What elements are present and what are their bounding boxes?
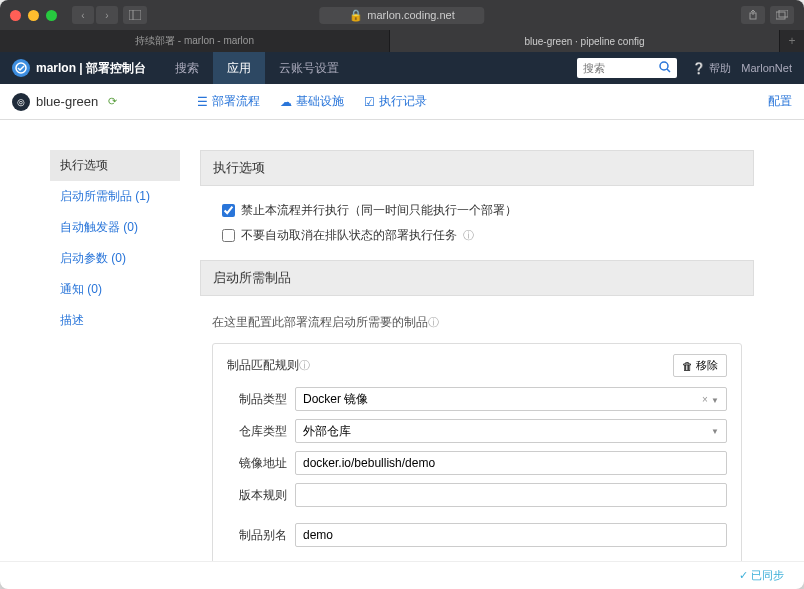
alias-label: 制品别名 xyxy=(227,527,295,544)
side-item-artifacts[interactable]: 启动所需制品 (1) xyxy=(50,181,180,212)
clear-icon[interactable]: × xyxy=(702,394,708,405)
sync-icon: ✓ xyxy=(739,569,748,581)
image-label: 镜像地址 xyxy=(227,455,295,472)
logo-icon xyxy=(12,59,30,77)
refresh-icon[interactable]: ⟳ xyxy=(108,95,117,108)
url-bar[interactable]: 🔒 marlon.coding.net xyxy=(319,7,484,24)
help-icon[interactable]: ⓘ xyxy=(299,358,310,373)
side-menu: 执行选项 启动所需制品 (1) 自动触发器 (0) 启动参数 (0) 通知 (0… xyxy=(50,150,180,531)
svg-line-8 xyxy=(667,69,670,72)
share-button[interactable] xyxy=(741,6,765,24)
repo-label: 仓库类型 xyxy=(227,423,295,440)
remove-button[interactable]: 🗑 移除 xyxy=(673,354,727,377)
check-icon: ☑ xyxy=(364,95,375,109)
maximize-window-button[interactable] xyxy=(46,10,57,21)
help-icon: ❔ xyxy=(692,62,706,75)
side-item-exec-options[interactable]: 执行选项 xyxy=(50,150,180,181)
type-label: 制品类型 xyxy=(227,391,295,408)
cb-no-auto-cancel-input[interactable] xyxy=(222,229,235,242)
help-link[interactable]: ❔ 帮助 xyxy=(692,61,731,76)
minimize-window-button[interactable] xyxy=(28,10,39,21)
cb-disable-parallel-input[interactable] xyxy=(222,204,235,217)
user-menu[interactable]: MarlonNet xyxy=(741,62,792,74)
lock-icon: 🔒 xyxy=(349,9,363,22)
header-search[interactable] xyxy=(577,58,677,78)
nav-cloud[interactable]: 云账号设置 xyxy=(265,52,353,84)
app-header: marlon | 部署控制台 搜索 应用 云账号设置 ❔ 帮助 MarlonNe… xyxy=(0,52,804,84)
content-area: 执行选项 启动所需制品 (1) 自动触发器 (0) 启动参数 (0) 通知 (0… xyxy=(0,120,804,561)
sub-header: ◎ blue-green ⟳ ☰ 部署流程 ☁ 基础设施 ☑ 执行记录 配置 xyxy=(0,84,804,120)
help-icon[interactable]: ⓘ xyxy=(428,316,439,328)
alias-input[interactable] xyxy=(295,523,727,547)
artifact-rule-section: 制品匹配规则 ⓘ 🗑 移除 制品类型 Docker 镜像 × ▼ xyxy=(212,343,742,561)
url-text: marlon.coding.net xyxy=(367,9,454,21)
artifacts-desc: 在这里配置此部署流程启动所需要的制品ⓘ xyxy=(212,308,742,343)
search-icon xyxy=(659,61,671,76)
traffic-lights xyxy=(10,10,57,21)
config-link[interactable]: 配置 xyxy=(768,93,792,110)
side-item-notify[interactable]: 通知 (0) xyxy=(50,274,180,305)
browser-tab-2[interactable]: blue-green · pipeline config xyxy=(390,30,780,52)
help-icon[interactable]: ⓘ xyxy=(463,228,474,243)
artifacts-title: 启动所需制品 xyxy=(200,260,754,296)
browser-tab-1[interactable]: 持续部署 - marlon - marlon xyxy=(0,30,390,52)
repo-select[interactable]: 外部仓库 ▼ xyxy=(295,419,727,443)
cloud-icon: ☁ xyxy=(280,95,292,109)
svg-point-7 xyxy=(660,62,668,70)
nav-search[interactable]: 搜索 xyxy=(161,52,213,84)
tab-executions[interactable]: ☑ 执行记录 xyxy=(364,93,427,110)
chevron-down-icon: ▼ xyxy=(711,396,719,405)
exec-options-title: 执行选项 xyxy=(200,150,754,186)
rule-title: 制品匹配规则 xyxy=(227,357,299,374)
new-tab-button[interactable]: + xyxy=(780,30,804,52)
forward-button[interactable]: › xyxy=(96,6,118,24)
side-item-description[interactable]: 描述 xyxy=(50,305,180,336)
back-button[interactable]: ‹ xyxy=(72,6,94,24)
app-logo[interactable]: marlon | 部署控制台 xyxy=(12,59,146,77)
version-input[interactable] xyxy=(295,483,727,507)
chevron-down-icon: ▼ xyxy=(711,427,719,436)
cb-no-auto-cancel[interactable]: 不要自动取消在排队状态的部署执行任务 ⓘ xyxy=(212,223,742,248)
tab-pipeline[interactable]: ☰ 部署流程 xyxy=(197,93,260,110)
svg-rect-5 xyxy=(779,10,788,17)
pipeline-name[interactable]: ◎ blue-green ⟳ xyxy=(12,93,117,111)
window-titlebar: ‹ › 🔒 marlon.coding.net xyxy=(0,0,804,30)
svg-rect-0 xyxy=(129,10,141,20)
sidebar-toggle[interactable] xyxy=(123,6,147,24)
side-item-params[interactable]: 启动参数 (0) xyxy=(50,243,180,274)
svg-rect-4 xyxy=(776,12,785,19)
pipeline-icon: ◎ xyxy=(12,93,30,111)
browser-tabs: 持续部署 - marlon - marlon blue-green · pipe… xyxy=(0,30,804,52)
tabs-button[interactable] xyxy=(770,6,794,24)
tab-infrastructure[interactable]: ☁ 基础设施 xyxy=(280,93,344,110)
type-select[interactable]: Docker 镜像 × ▼ xyxy=(295,387,727,411)
sync-status: ✓ 已同步 xyxy=(0,561,804,589)
cb-disable-parallel[interactable]: 禁止本流程并行执行（同一时间只能执行一个部署） xyxy=(212,198,742,223)
main-panel: 执行选项 禁止本流程并行执行（同一时间只能执行一个部署） 不要自动取消在排队状态… xyxy=(200,150,754,531)
nav-app[interactable]: 应用 xyxy=(213,52,265,84)
close-window-button[interactable] xyxy=(10,10,21,21)
search-input[interactable] xyxy=(583,62,659,74)
side-item-triggers[interactable]: 自动触发器 (0) xyxy=(50,212,180,243)
image-input[interactable] xyxy=(295,451,727,475)
list-icon: ☰ xyxy=(197,95,208,109)
trash-icon: 🗑 xyxy=(682,360,693,372)
app-title: marlon | 部署控制台 xyxy=(36,60,146,77)
version-label: 版本规则 xyxy=(227,487,295,504)
